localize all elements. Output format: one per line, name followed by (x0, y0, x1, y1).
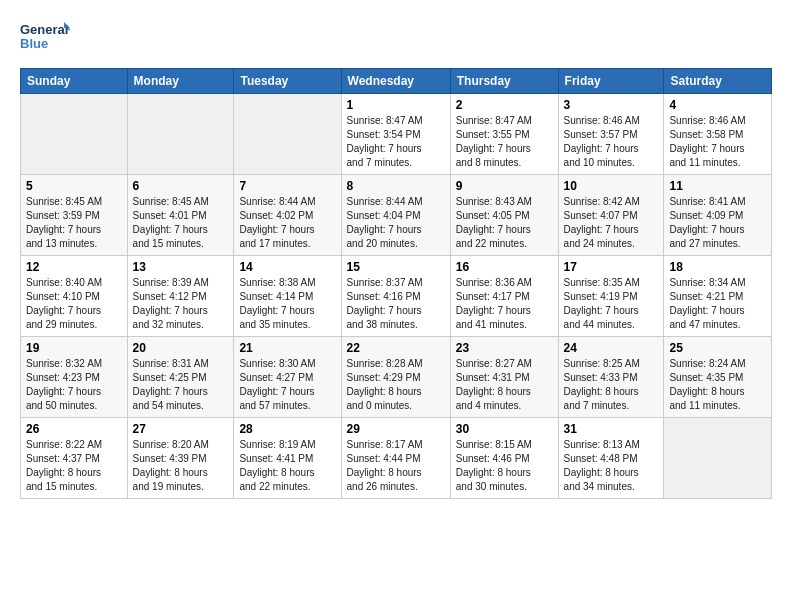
day-info: Sunrise: 8:46 AMSunset: 3:57 PMDaylight:… (564, 114, 659, 170)
day-number: 15 (347, 260, 445, 274)
page: General Blue SundayMondayTuesdayWednesda… (0, 0, 792, 509)
day-info: Sunrise: 8:20 AMSunset: 4:39 PMDaylight:… (133, 438, 229, 494)
weekday-header-tuesday: Tuesday (234, 69, 341, 94)
day-info: Sunrise: 8:47 AMSunset: 3:54 PMDaylight:… (347, 114, 445, 170)
day-info: Sunrise: 8:28 AMSunset: 4:29 PMDaylight:… (347, 357, 445, 413)
day-number: 7 (239, 179, 335, 193)
logo: General Blue (20, 18, 70, 60)
calendar-cell: 19Sunrise: 8:32 AMSunset: 4:23 PMDayligh… (21, 337, 128, 418)
weekday-header-row: SundayMondayTuesdayWednesdayThursdayFrid… (21, 69, 772, 94)
day-info: Sunrise: 8:27 AMSunset: 4:31 PMDaylight:… (456, 357, 553, 413)
day-info: Sunrise: 8:40 AMSunset: 4:10 PMDaylight:… (26, 276, 122, 332)
day-number: 28 (239, 422, 335, 436)
day-number: 4 (669, 98, 766, 112)
calendar-cell: 13Sunrise: 8:39 AMSunset: 4:12 PMDayligh… (127, 256, 234, 337)
weekday-header-sunday: Sunday (21, 69, 128, 94)
calendar-cell (664, 418, 772, 499)
svg-text:General: General (20, 22, 68, 37)
day-number: 1 (347, 98, 445, 112)
calendar-cell: 20Sunrise: 8:31 AMSunset: 4:25 PMDayligh… (127, 337, 234, 418)
day-info: Sunrise: 8:35 AMSunset: 4:19 PMDaylight:… (564, 276, 659, 332)
calendar-cell: 21Sunrise: 8:30 AMSunset: 4:27 PMDayligh… (234, 337, 341, 418)
calendar-cell: 1Sunrise: 8:47 AMSunset: 3:54 PMDaylight… (341, 94, 450, 175)
day-number: 23 (456, 341, 553, 355)
day-number: 9 (456, 179, 553, 193)
day-info: Sunrise: 8:19 AMSunset: 4:41 PMDaylight:… (239, 438, 335, 494)
calendar-cell: 25Sunrise: 8:24 AMSunset: 4:35 PMDayligh… (664, 337, 772, 418)
day-number: 11 (669, 179, 766, 193)
calendar-cell: 24Sunrise: 8:25 AMSunset: 4:33 PMDayligh… (558, 337, 664, 418)
day-info: Sunrise: 8:32 AMSunset: 4:23 PMDaylight:… (26, 357, 122, 413)
day-number: 20 (133, 341, 229, 355)
logo-svg: General Blue (20, 18, 70, 60)
calendar-cell: 14Sunrise: 8:38 AMSunset: 4:14 PMDayligh… (234, 256, 341, 337)
day-number: 2 (456, 98, 553, 112)
weekday-header-thursday: Thursday (450, 69, 558, 94)
calendar-cell: 2Sunrise: 8:47 AMSunset: 3:55 PMDaylight… (450, 94, 558, 175)
calendar-cell: 15Sunrise: 8:37 AMSunset: 4:16 PMDayligh… (341, 256, 450, 337)
calendar-table: SundayMondayTuesdayWednesdayThursdayFrid… (20, 68, 772, 499)
day-info: Sunrise: 8:38 AMSunset: 4:14 PMDaylight:… (239, 276, 335, 332)
week-row-2: 5Sunrise: 8:45 AMSunset: 3:59 PMDaylight… (21, 175, 772, 256)
day-info: Sunrise: 8:41 AMSunset: 4:09 PMDaylight:… (669, 195, 766, 251)
calendar-cell: 11Sunrise: 8:41 AMSunset: 4:09 PMDayligh… (664, 175, 772, 256)
day-info: Sunrise: 8:31 AMSunset: 4:25 PMDaylight:… (133, 357, 229, 413)
calendar-cell: 30Sunrise: 8:15 AMSunset: 4:46 PMDayligh… (450, 418, 558, 499)
calendar-body: 1Sunrise: 8:47 AMSunset: 3:54 PMDaylight… (21, 94, 772, 499)
day-info: Sunrise: 8:37 AMSunset: 4:16 PMDaylight:… (347, 276, 445, 332)
day-number: 31 (564, 422, 659, 436)
day-info: Sunrise: 8:13 AMSunset: 4:48 PMDaylight:… (564, 438, 659, 494)
calendar-cell: 8Sunrise: 8:44 AMSunset: 4:04 PMDaylight… (341, 175, 450, 256)
calendar-cell: 27Sunrise: 8:20 AMSunset: 4:39 PMDayligh… (127, 418, 234, 499)
calendar-cell: 7Sunrise: 8:44 AMSunset: 4:02 PMDaylight… (234, 175, 341, 256)
weekday-header-friday: Friday (558, 69, 664, 94)
day-info: Sunrise: 8:47 AMSunset: 3:55 PMDaylight:… (456, 114, 553, 170)
header: General Blue (20, 18, 772, 60)
day-number: 19 (26, 341, 122, 355)
day-info: Sunrise: 8:25 AMSunset: 4:33 PMDaylight:… (564, 357, 659, 413)
day-info: Sunrise: 8:46 AMSunset: 3:58 PMDaylight:… (669, 114, 766, 170)
calendar-cell: 22Sunrise: 8:28 AMSunset: 4:29 PMDayligh… (341, 337, 450, 418)
weekday-header-saturday: Saturday (664, 69, 772, 94)
svg-text:Blue: Blue (20, 36, 48, 51)
day-info: Sunrise: 8:22 AMSunset: 4:37 PMDaylight:… (26, 438, 122, 494)
day-number: 8 (347, 179, 445, 193)
weekday-header-monday: Monday (127, 69, 234, 94)
day-number: 6 (133, 179, 229, 193)
calendar-cell: 3Sunrise: 8:46 AMSunset: 3:57 PMDaylight… (558, 94, 664, 175)
day-number: 21 (239, 341, 335, 355)
day-info: Sunrise: 8:34 AMSunset: 4:21 PMDaylight:… (669, 276, 766, 332)
calendar-cell: 28Sunrise: 8:19 AMSunset: 4:41 PMDayligh… (234, 418, 341, 499)
weekday-header-wednesday: Wednesday (341, 69, 450, 94)
calendar-cell: 4Sunrise: 8:46 AMSunset: 3:58 PMDaylight… (664, 94, 772, 175)
day-number: 12 (26, 260, 122, 274)
calendar-cell: 16Sunrise: 8:36 AMSunset: 4:17 PMDayligh… (450, 256, 558, 337)
week-row-4: 19Sunrise: 8:32 AMSunset: 4:23 PMDayligh… (21, 337, 772, 418)
day-number: 16 (456, 260, 553, 274)
day-number: 22 (347, 341, 445, 355)
day-info: Sunrise: 8:44 AMSunset: 4:04 PMDaylight:… (347, 195, 445, 251)
week-row-1: 1Sunrise: 8:47 AMSunset: 3:54 PMDaylight… (21, 94, 772, 175)
calendar-cell: 31Sunrise: 8:13 AMSunset: 4:48 PMDayligh… (558, 418, 664, 499)
day-info: Sunrise: 8:45 AMSunset: 4:01 PMDaylight:… (133, 195, 229, 251)
calendar-cell: 26Sunrise: 8:22 AMSunset: 4:37 PMDayligh… (21, 418, 128, 499)
calendar-header: SundayMondayTuesdayWednesdayThursdayFrid… (21, 69, 772, 94)
day-number: 30 (456, 422, 553, 436)
week-row-3: 12Sunrise: 8:40 AMSunset: 4:10 PMDayligh… (21, 256, 772, 337)
day-number: 5 (26, 179, 122, 193)
calendar-cell: 17Sunrise: 8:35 AMSunset: 4:19 PMDayligh… (558, 256, 664, 337)
day-number: 18 (669, 260, 766, 274)
day-number: 27 (133, 422, 229, 436)
day-info: Sunrise: 8:44 AMSunset: 4:02 PMDaylight:… (239, 195, 335, 251)
day-info: Sunrise: 8:45 AMSunset: 3:59 PMDaylight:… (26, 195, 122, 251)
calendar-cell: 18Sunrise: 8:34 AMSunset: 4:21 PMDayligh… (664, 256, 772, 337)
day-number: 26 (26, 422, 122, 436)
calendar-cell: 29Sunrise: 8:17 AMSunset: 4:44 PMDayligh… (341, 418, 450, 499)
day-number: 3 (564, 98, 659, 112)
calendar-cell: 9Sunrise: 8:43 AMSunset: 4:05 PMDaylight… (450, 175, 558, 256)
day-info: Sunrise: 8:15 AMSunset: 4:46 PMDaylight:… (456, 438, 553, 494)
calendar-cell (21, 94, 128, 175)
day-number: 24 (564, 341, 659, 355)
calendar-cell: 10Sunrise: 8:42 AMSunset: 4:07 PMDayligh… (558, 175, 664, 256)
calendar-cell (127, 94, 234, 175)
